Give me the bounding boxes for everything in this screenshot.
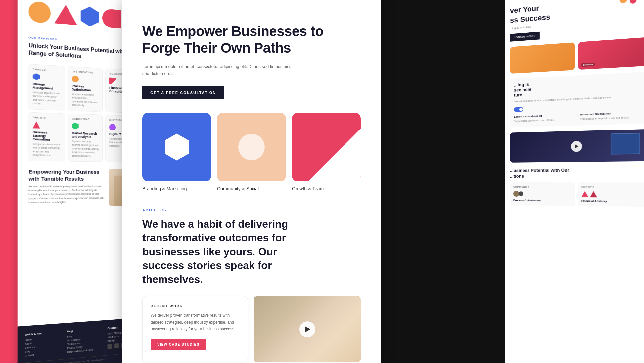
social-icon-fb[interactable] — [108, 344, 112, 349]
branding-card-label: Branding & Marketing — [142, 186, 187, 191]
right-bottom-cards: COMMUNITY Process Optimization GROWTH Fi… — [510, 182, 644, 207]
toggle-row — [514, 102, 643, 112]
about-label: ABOUT US — [142, 208, 361, 212]
center-content: We Empower Businesses to Forge Their Own… — [122, 0, 381, 363]
card-title: Business Strategy Consulting — [33, 130, 61, 142]
right-bottom-title: ...usiness Potential with Our...tions — [510, 167, 644, 179]
card-desc: Expert collect and analyze data to gener… — [72, 140, 99, 158]
service-card-community: Community & Social — [217, 113, 286, 191]
right-orange-circle — [620, 0, 628, 3]
bottom-card-community: COMMUNITY Process Optimization — [510, 182, 575, 206]
footer-help: Help FAQ Accessibility Terms of use Priv… — [67, 327, 104, 354]
rbc-label-community: COMMUNITY — [513, 186, 572, 188]
rbc-shapes-growth — [581, 191, 644, 198]
red-icon — [109, 77, 116, 84]
service-cards-row: Branding & Marketing Community & Social … — [142, 113, 361, 191]
card-tag: MARKETING — [72, 117, 99, 121]
right-card-label: GROWTH — [581, 63, 595, 67]
rbc-label-growth: GROWTH — [581, 186, 644, 188]
recent-work-label: RECENT WORK — [151, 304, 240, 308]
community-card-image — [217, 113, 286, 182]
right-bottom-section: ...usiness Potential with Our...tions CO… — [510, 167, 644, 207]
toggle-switch[interactable] — [514, 107, 523, 112]
pink-triangle-icon — [581, 191, 589, 197]
card-tag: GROWTH — [33, 116, 61, 119]
social-icon-tw[interactable] — [114, 343, 119, 348]
bottom-card-growth: GROWTH Financial Advisory — [578, 182, 644, 207]
card-tag: CHANGE — [33, 68, 61, 72]
rbc-title-community: Process Optimization — [513, 199, 572, 202]
center-panel: We Empower Businesses to Forge Their Own… — [122, 0, 381, 363]
circle-icon — [72, 75, 79, 82]
card-title: Market Research and Analysis — [72, 131, 99, 139]
right-card-img-pink: GROWTH — [578, 37, 644, 70]
footer-quick-links: Quick Links Home About Services Blog Con… — [25, 330, 63, 358]
dark-circle-icon — [519, 191, 523, 196]
branding-card-image — [142, 113, 211, 182]
about-heading: We have a habit of delivering transforma… — [142, 217, 308, 286]
right-toggle-section: ...ing issee hereture Lorem ipsum dolor … — [510, 72, 644, 128]
empowering-text: Empowering Your Business with Tangible R… — [29, 168, 105, 207]
toggle-label-group: Lorem ipsum dolor sit Suspendisse vel di… — [514, 111, 643, 123]
diagonal-icon — [292, 113, 361, 182]
hero-title: We Empower Businesses to Forge Their Own… — [142, 23, 361, 57]
video-thumbnail[interactable] — [254, 296, 361, 362]
pink-half-shape — [102, 8, 121, 28]
community-card-label: Community & Social — [217, 186, 259, 191]
hero-section: We Empower Businesses to Forge Their Own… — [142, 13, 361, 113]
growth-card-image — [292, 113, 361, 182]
purple-circle-icon — [109, 124, 116, 130]
view-case-studies-button[interactable]: VIEW CASE STUDIES — [151, 339, 206, 350]
right-play-button[interactable] — [571, 141, 582, 152]
work-row: RECENT WORK We deliver proven transforma… — [142, 296, 361, 362]
orange-circle-shape — [29, 1, 51, 24]
footer-quick-links-title: Quick Links — [25, 330, 63, 336]
red-triangle-icon — [590, 191, 597, 197]
rbc-title-growth: Financial Advisory — [581, 199, 644, 203]
work-description: We deliver proven transformative results… — [151, 312, 240, 332]
right-toggle-title: ...ing issee hereture — [514, 76, 643, 98]
toggle-col1-title: Lorem ipsum dolor sit — [514, 113, 573, 118]
about-section: ABOUT US We have a habit of delivering t… — [142, 208, 361, 286]
card-desc: Identify inefficiencies and streamline o… — [72, 92, 99, 108]
footer-help-title: Help — [67, 327, 104, 333]
right-card-pink: GROWTH — [578, 37, 644, 70]
list-item: GROWTH Business Strategy Consulting Comp… — [29, 112, 65, 162]
right-play-icon — [575, 144, 579, 149]
right-card-img-orange — [510, 42, 575, 74]
hero-subtitle: Lorem ipsum dolor sit amet, consectetur … — [142, 63, 295, 77]
rbc-shapes-community — [513, 191, 572, 197]
red-triangle-shape — [54, 4, 77, 25]
hex-svg-icon — [162, 132, 192, 162]
toggle-col-1: Lorem ipsum dolor sit Suspendisse vel di… — [514, 113, 573, 123]
cta-button[interactable]: GET A FREE CONSULTATION — [142, 86, 224, 99]
card-desc: Comprehensive analysis and strategic con… — [33, 142, 61, 158]
right-card-orange — [510, 42, 575, 74]
recent-work-card: RECENT WORK We deliver proven transforma… — [142, 296, 248, 362]
card-tag: OPTIMIZATION — [72, 70, 99, 74]
list-item: OPTIMIZATION Process Optimization Identi… — [68, 66, 103, 112]
hex-icon — [33, 73, 40, 80]
right-panel: ver Yourss Success ...ing by Solutions C… — [505, 0, 644, 363]
card-desc: Navigate organizational transitions effe… — [33, 91, 61, 107]
green-diamond-icon — [72, 123, 79, 130]
play-icon — [305, 326, 310, 332]
toggle-col-2: Donec sed finibus nisi Pellentesque et v… — [580, 111, 643, 121]
list-item: MARKETING Market Research and Analysis E… — [68, 113, 103, 162]
service-card-growth: Growth & Team — [292, 113, 361, 191]
empowering-desc: We are committed to delivering exception… — [29, 184, 105, 204]
right-video-section[interactable] — [510, 129, 644, 163]
svg-marker-0 — [165, 134, 189, 161]
right-cta-button[interactable]: CONSULTATION — [510, 32, 540, 42]
card-title: Change Management — [33, 82, 61, 90]
toggle-col2-desc: Pellentesque et vulputate diam, sed effi… — [580, 116, 643, 121]
diagonal-white — [308, 129, 361, 182]
triangle-icon — [33, 121, 40, 129]
empowering-title: Empowering Your Business with Tangible R… — [29, 168, 105, 182]
toggle-col2-title: Donec sed finibus nisi — [580, 111, 643, 116]
card-title: Process Optimization — [72, 84, 99, 92]
circle-svg-icon — [238, 134, 265, 160]
play-button[interactable] — [299, 321, 315, 337]
right-content: ver Yourss Success ...ing by Solutions C… — [505, 0, 644, 363]
blue-hex-shape — [81, 6, 99, 27]
